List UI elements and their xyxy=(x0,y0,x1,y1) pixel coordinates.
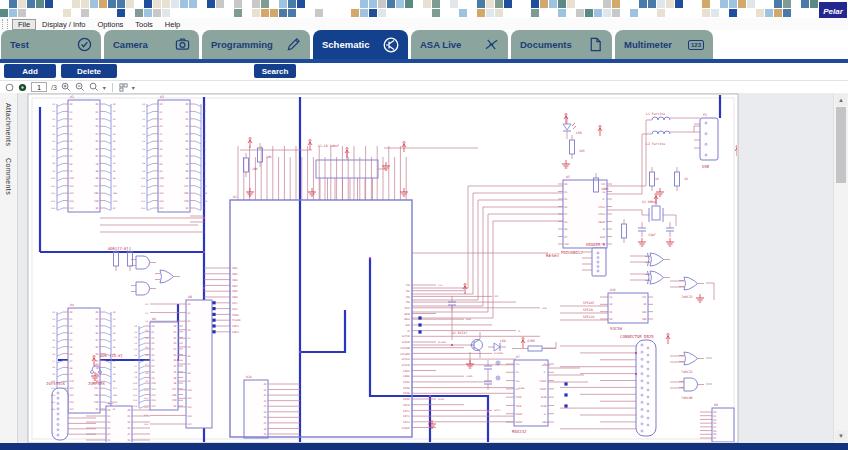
tab-documents[interactable]: Documents xyxy=(511,30,612,59)
mosaic-square xyxy=(549,9,557,17)
delete-button[interactable]: Delete xyxy=(61,64,117,78)
next-page-icon[interactable] xyxy=(18,83,27,92)
mosaic-square xyxy=(351,9,359,17)
mosaic-square xyxy=(459,0,467,8)
side-tab-attachments[interactable]: Attachments xyxy=(5,103,12,146)
mosaic-square xyxy=(18,0,26,8)
menu-options[interactable]: Options xyxy=(91,19,129,30)
svg-text:U1: U1 xyxy=(233,195,237,199)
zoom-select-icon[interactable] xyxy=(89,82,99,92)
mosaic-square xyxy=(675,0,683,8)
mosaic-square xyxy=(810,0,818,8)
action-toolbar: Add Delete Search xyxy=(0,63,848,81)
svg-text:JUMPERS: JUMPERS xyxy=(88,381,105,386)
mosaic-square xyxy=(576,9,584,17)
mosaic-square xyxy=(756,0,764,8)
mosaic-square xyxy=(783,9,791,17)
menu-help[interactable]: Help xyxy=(159,19,186,30)
mosaic-square xyxy=(360,9,368,17)
mosaic-square xyxy=(108,0,116,8)
mosaic-square xyxy=(135,9,143,17)
mosaic-square xyxy=(18,9,26,17)
tab-label: Documents xyxy=(520,39,572,50)
svg-text:GND: GND xyxy=(184,192,189,195)
mosaic-square xyxy=(666,9,674,17)
svg-text:A12: A12 xyxy=(70,394,75,397)
svg-text:PGM: PGM xyxy=(184,200,189,203)
tab-asa-live[interactable]: ASA Live xyxy=(411,30,508,59)
mosaic-square xyxy=(270,9,278,17)
mosaic-square xyxy=(306,9,314,17)
svg-text:TRST: TRST xyxy=(542,307,548,310)
mosaic-square xyxy=(648,9,656,17)
tab-schematic[interactable]: Schematic xyxy=(313,30,408,59)
probe-icon xyxy=(484,37,499,52)
zoom-in-icon[interactable] xyxy=(61,82,71,92)
mosaic-square xyxy=(216,0,224,8)
svg-text:A13: A13 xyxy=(141,200,146,203)
svg-text:A10: A10 xyxy=(152,382,157,385)
svg-text:XINT2: XINT2 xyxy=(232,331,240,334)
mosaic-square xyxy=(738,9,746,17)
mosaic-square xyxy=(225,0,233,8)
svg-text:VCC: VCC xyxy=(642,296,647,299)
schematic-canvas[interactable]: A0A0D0D0A1A1D1D1A2A2D2D2A3A3D3D3A4A4D4D4… xyxy=(18,93,833,443)
svg-text:IOPB6: IOPB6 xyxy=(403,392,411,395)
mosaic-square xyxy=(351,0,359,8)
mosaic-square xyxy=(603,9,611,17)
window-bottom-bar xyxy=(0,443,848,450)
svg-text:A10: A10 xyxy=(133,382,138,385)
mosaic-square xyxy=(81,0,89,8)
search-button[interactable]: Search xyxy=(254,64,296,78)
svg-text:JOYSTICK: JOYSTICK xyxy=(46,381,66,386)
mosaic-square xyxy=(378,0,386,8)
svg-text:GND: GND xyxy=(113,394,118,397)
mosaic-square xyxy=(612,9,620,17)
mosaic-square xyxy=(486,0,494,8)
scroll-up-icon[interactable]: ▲ xyxy=(835,94,847,106)
main-tab-bar: Test Camera Programming Schematic xyxy=(1,30,713,59)
mosaic-square xyxy=(522,0,530,8)
page-number-input[interactable] xyxy=(31,82,47,92)
svg-text:CONNECTOR DB25: CONNECTOR DB25 xyxy=(620,334,654,339)
tab-programming[interactable]: Programming xyxy=(202,30,310,59)
menu-display-info[interactable]: Display / Info xyxy=(36,19,91,30)
mosaic-square xyxy=(765,9,773,17)
mosaic-square xyxy=(630,0,638,8)
viewer-toolbar: /3 ▾ ▾ xyxy=(0,81,848,93)
prev-page-icon[interactable] xyxy=(5,83,14,92)
mosaic-square xyxy=(180,9,188,17)
mosaic-square xyxy=(540,0,548,8)
mosaic-square xyxy=(567,0,575,8)
mosaic-square xyxy=(369,9,377,17)
zoom-dropdown-caret[interactable]: ▾ xyxy=(103,84,106,91)
menu-tools[interactable]: Tools xyxy=(129,19,159,30)
layout-dropdown-caret[interactable]: ▾ xyxy=(132,84,135,91)
svg-text:IOPC3: IOPC3 xyxy=(542,421,549,424)
mosaic-square xyxy=(333,0,341,8)
mosaic-square xyxy=(576,0,584,8)
svg-text:GND: GND xyxy=(203,192,208,195)
side-tab-comments[interactable]: Comments xyxy=(5,158,12,195)
svg-text:SPISIMO: SPISIMO xyxy=(400,347,410,350)
scroll-down-icon[interactable]: ▼ xyxy=(835,430,847,442)
scrollbar-thumb[interactable] xyxy=(836,107,846,183)
svg-text:IOPC3: IOPC3 xyxy=(403,421,411,424)
mosaic-square xyxy=(315,0,323,8)
tab-test[interactable]: Test xyxy=(1,30,101,59)
svg-text:TCK: TCK xyxy=(438,284,443,287)
tab-multimeter[interactable]: Multimeter 123 xyxy=(615,30,713,59)
zoom-out-icon[interactable] xyxy=(75,82,85,92)
svg-text:GND: GND xyxy=(172,394,177,397)
svg-text:RESET: RESET xyxy=(546,253,560,258)
add-button[interactable]: Add xyxy=(4,64,56,78)
tab-camera[interactable]: Camera xyxy=(104,30,199,59)
mosaic-square xyxy=(252,0,260,8)
vertical-scrollbar[interactable]: ▲ ▼ xyxy=(833,93,848,443)
svg-text:A14: A14 xyxy=(160,207,165,210)
menu-file[interactable]: File xyxy=(12,19,36,30)
mosaic-square xyxy=(234,0,242,8)
mosaic-square xyxy=(360,0,368,8)
mosaic-square xyxy=(450,9,458,17)
page-layout-icon[interactable] xyxy=(119,83,128,92)
